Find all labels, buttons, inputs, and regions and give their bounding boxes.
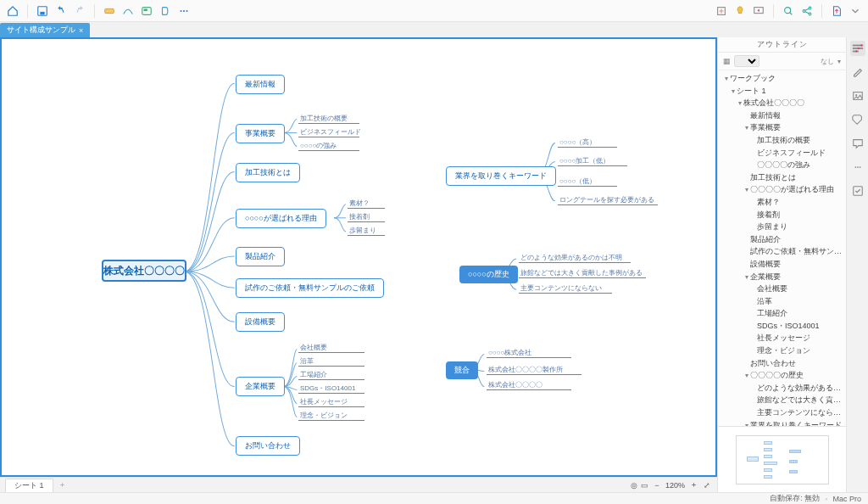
leaf[interactable]: 会社概要 [300,343,327,352]
leaf[interactable]: 接着剤 [349,212,370,221]
outline-item[interactable]: 社長メッセージ [718,332,846,344]
leaf[interactable]: 株式会社〇〇〇〇製作所 [488,365,563,374]
outline-item[interactable]: お問い合わせ [718,357,846,370]
outline-item[interactable]: 素材？ [718,196,846,209]
leaf[interactable]: 歩留まり [349,226,376,235]
outline-item[interactable]: 沿革 [718,295,846,308]
node-product[interactable]: 製品紹介 [236,247,285,266]
outline-item[interactable]: ▾シート 1 [718,85,846,98]
outline-tree[interactable]: ▾ワークブック▾シート 1▾株式会社〇〇〇〇最新情報▾事業概要加工技術の概要ビジ… [718,70,846,426]
leaf[interactable]: ロングテールを探す必要がある [559,195,654,204]
zoom-in-icon[interactable]: ＋ [688,480,698,490]
node-business[interactable]: 事業概要 [236,124,285,143]
share-icon[interactable] [799,3,815,19]
rail-image-icon[interactable] [850,88,865,104]
leaf[interactable]: 株式会社〇〇〇〇 [488,380,542,389]
mindmap-canvas[interactable]: 株式会社〇〇〇〇 最新情報 事業概要 加工技術とは ○○○○が選ばれる理由 製品… [0,37,717,477]
outline-item[interactable]: ▾〇〇〇〇が選ばれる理由 [718,183,846,196]
outline-item[interactable]: ▾業界を取り巻くキーワード [718,419,846,426]
leaf[interactable]: どのような効果があるのかは不明 [520,253,622,262]
outline-item[interactable]: 製品紹介 [718,233,846,246]
rail-marker-icon[interactable] [850,112,865,127]
idea-icon[interactable] [732,3,748,19]
node-trial[interactable]: 試作のご依頼・無料サンプルのご依頼 [236,278,384,298]
outline-item[interactable]: ▾株式会社〇〇〇〇 [718,97,846,109]
outline-item[interactable]: 接着剤 [718,209,846,221]
leaf[interactable]: 旅館などでは大きく貢献した事例がある [520,268,643,277]
outline-item[interactable]: 主要コンテンツにならない [718,406,846,419]
outline-item[interactable]: 旅館などでは大きく貢献した事例がある [718,394,846,406]
toolbar-chevron-icon[interactable] [848,3,863,19]
zoom-fit-icon[interactable]: ⤢ [702,480,712,490]
outline-item[interactable]: 試作のご依頼・無料サンプルのご依頼 [718,245,846,258]
outline-item[interactable]: 最新情報 [718,109,846,122]
leaf[interactable]: ○○○○加工（低） [559,156,609,165]
redo-icon[interactable] [72,3,87,19]
leaf[interactable]: SDGs・ISO14001 [300,384,355,393]
rail-comment-icon[interactable] [850,160,865,175]
outline-sort-chevron-icon[interactable]: ▾ [837,58,841,65]
leaf[interactable]: 沿革 [300,356,314,366]
rail-note-icon[interactable] [850,136,865,151]
present-icon[interactable] [751,3,766,19]
view-icon[interactable]: ◎ [631,481,637,490]
outline-item[interactable]: 加工技術とは [718,171,846,184]
outline-item[interactable]: 〇〇〇〇の強み [718,159,846,171]
export-icon[interactable] [829,3,844,19]
leaf[interactable]: 素材？ [349,199,370,208]
leaf[interactable]: 工場紹介 [300,370,327,379]
leaf[interactable]: 加工技術の概要 [300,114,348,123]
layers-icon[interactable]: ▭ [641,481,648,490]
node-history[interactable]: ○○○○の歴史 [459,266,518,283]
outline-item[interactable]: 歩留まり [718,221,846,233]
node-tech[interactable]: 加工技術とは [236,163,300,182]
close-tab-icon[interactable]: × [79,26,83,35]
outline-item[interactable]: 会社概要 [718,283,846,295]
outline-item[interactable]: 設備概要 [718,258,846,271]
rail-task-icon[interactable] [850,183,865,199]
add-sheet-icon[interactable]: ＋ [58,479,66,490]
outline-item[interactable]: ビジネスフィールド [718,147,846,160]
node-equip[interactable]: 設備概要 [236,312,285,332]
relationship-icon[interactable] [120,3,136,19]
outline-item[interactable]: ▾企業概要 [718,271,846,283]
search-icon[interactable] [781,3,796,19]
outline-item[interactable]: 工場紹介 [718,307,846,320]
outline-item[interactable]: ▾事業概要 [718,121,846,134]
node-keyword[interactable]: 業界を取り巻くキーワード [446,166,556,186]
outline-item[interactable]: 理念・ビジョン [718,344,846,357]
save-icon[interactable] [35,3,50,19]
topic-icon[interactable] [102,3,117,19]
outline-item[interactable]: 加工技術の概要 [718,134,846,147]
node-rival[interactable]: 競合 [446,361,478,379]
outline-grid-icon[interactable]: ▦ [723,57,731,65]
node-reason[interactable]: ○○○○が選ばれる理由 [236,209,326,228]
leaf[interactable]: ○○○○（高） [559,137,596,147]
leaf[interactable]: 主要コンテンツにならない [520,283,602,293]
outline-filter-select[interactable] [734,55,760,67]
zoom-out-icon[interactable]: − [652,480,662,490]
outline-item[interactable]: ▾〇〇〇〇の歴史 [718,369,846,382]
document-tab[interactable]: サイト構成サンプル × [0,23,90,37]
leaf[interactable]: ○○○○（低） [559,176,596,186]
leaf[interactable]: ○○○○の強み [300,141,337,150]
root-node[interactable]: 株式会社〇〇〇〇 [102,260,186,282]
minimap[interactable] [718,426,846,492]
leaf[interactable]: 理念・ビジョン [300,411,348,420]
sheet-tab[interactable]: シート 1 [5,479,53,492]
summary-icon[interactable] [158,3,173,19]
undo-icon[interactable] [53,3,69,19]
leaf[interactable]: ビジネスフィールド [300,127,361,137]
node-latest[interactable]: 最新情報 [236,75,285,94]
insert-icon[interactable] [714,3,729,19]
home-icon[interactable] [5,3,20,19]
outline-item[interactable]: ▾ワークブック [718,72,846,85]
node-contact[interactable]: お問い合わせ [236,436,300,456]
leaf[interactable]: 社長メッセージ [300,397,348,406]
rail-style-icon[interactable] [850,64,865,80]
leaf[interactable]: ○○○○株式会社 [488,348,531,357]
outline-item[interactable]: SDGs・ISO14001 [718,320,846,333]
boundary-icon[interactable] [139,3,154,19]
node-corp[interactable]: 企業概要 [236,377,285,396]
more-icon[interactable] [176,3,192,19]
